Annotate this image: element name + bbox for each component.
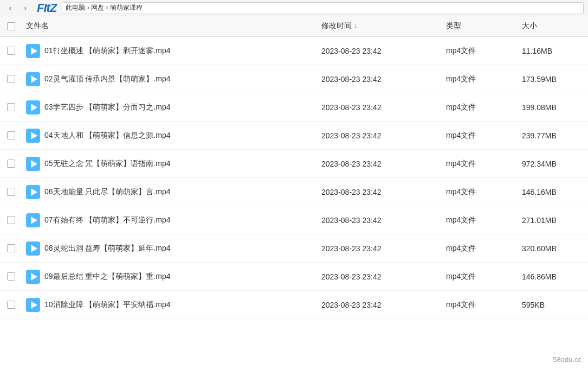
row-modified-time-3: 2023-08-23 23:42	[317, 131, 425, 140]
play-triangle-3	[31, 132, 37, 139]
row-size-0: 11.16MB	[518, 47, 588, 55]
row-type-9: mp4文件	[442, 300, 518, 310]
row-checkbox-8[interactable]	[7, 272, 15, 281]
row-checkbox-9[interactable]	[7, 301, 15, 309]
row-filename-cell: 07有始有终 【萌萌家】不可逆行.mp4	[22, 213, 317, 227]
row-filename-cell: 08灵蛇出洞 益寿【萌萌家】延年.mp4	[22, 241, 317, 256]
row-checkbox-5[interactable]	[7, 188, 15, 196]
row-checkbox-cell	[0, 216, 22, 224]
table-row: 04天地人和 【萌萌家】信息之源.mp4 2023-08-23 23:42 mp…	[0, 122, 588, 150]
sort-arrow-icon: ↓	[354, 22, 357, 30]
play-triangle-6	[31, 217, 37, 224]
play-icon-8[interactable]	[26, 270, 40, 284]
table-row: 10消除业障 【萌萌家】平安纳福.mp4 2023-08-23 23:42 mp…	[0, 291, 588, 319]
play-icon-6[interactable]	[26, 213, 40, 227]
row-type-1: mp4文件	[442, 74, 518, 84]
table-row: 02灵气灌顶 传承内景【萌萌家】.mp4 2023-08-23 23:42 mp…	[0, 65, 588, 93]
play-icon-5[interactable]	[26, 185, 40, 199]
play-icon-3[interactable]	[26, 129, 40, 143]
forward-button[interactable]: ›	[20, 2, 31, 14]
row-checkbox-cell	[0, 75, 22, 83]
app-logo: FItZ	[37, 1, 56, 15]
row-checkbox-4[interactable]	[7, 160, 15, 168]
row-modified-time-2: 2023-08-23 23:42	[317, 103, 425, 112]
file-name-text-1: 02灵气灌顶 传承内景【萌萌家】.mp4	[44, 74, 171, 84]
row-filename-cell: 10消除业障 【萌萌家】平安纳福.mp4	[22, 298, 317, 312]
play-icon-2[interactable]	[26, 100, 40, 114]
row-size-8: 146.86MB	[518, 272, 588, 281]
row-size-4: 972.34MB	[518, 160, 588, 168]
row-type-6: mp4文件	[442, 215, 518, 225]
row-size-1: 173.59MB	[518, 75, 588, 84]
row-filename-cell: 02灵气灌顶 传承内景【萌萌家】.mp4	[22, 72, 317, 86]
header-filename: 文件名	[22, 21, 317, 31]
row-type-3: mp4文件	[442, 131, 518, 141]
file-name-text-0: 01打坐概述 【萌萌家】剥开迷雾.mp4	[44, 46, 171, 56]
row-modified-time-0: 2023-08-23 23:42	[317, 47, 425, 55]
row-checkbox-0[interactable]	[7, 47, 15, 55]
row-filename-cell: 04天地人和 【萌萌家】信息之源.mp4	[22, 129, 317, 143]
header-size: 大小	[518, 21, 588, 31]
row-checkbox-cell	[0, 188, 22, 196]
row-checkbox-cell	[0, 160, 22, 168]
row-checkbox-3[interactable]	[7, 131, 15, 139]
file-name-text-7: 08灵蛇出洞 益寿【萌萌家】延年.mp4	[44, 244, 171, 253]
back-button[interactable]: ‹	[4, 2, 16, 14]
row-type-2: mp4文件	[442, 103, 518, 112]
row-modified-time-6: 2023-08-23 23:42	[317, 216, 425, 225]
row-checkbox-cell	[0, 244, 22, 252]
table-row: 05无驻之念 咒【萌萌家】语指南.mp4 2023-08-23 23:42 mp…	[0, 150, 588, 178]
row-size-5: 146.16MB	[518, 188, 588, 196]
row-size-6: 271.01MB	[518, 216, 588, 225]
row-type-7: mp4文件	[442, 244, 518, 253]
play-icon-7[interactable]	[26, 241, 40, 256]
row-checkbox-7[interactable]	[7, 244, 15, 252]
select-all-checkbox[interactable]	[7, 22, 15, 30]
file-table: 01打坐概述 【萌萌家】剥开迷雾.mp4 2023-08-23 23:42 mp…	[0, 37, 588, 319]
row-modified-time-9: 2023-08-23 23:42	[317, 301, 425, 309]
row-type-5: mp4文件	[442, 187, 518, 197]
row-type-0: mp4文件	[442, 46, 518, 56]
row-checkbox-cell	[0, 272, 22, 281]
play-icon-9[interactable]	[26, 298, 40, 312]
row-type-8: mp4文件	[442, 272, 518, 282]
row-size-2: 199.08MB	[518, 103, 588, 112]
row-checkbox-6[interactable]	[7, 216, 15, 224]
row-modified-time-8: 2023-08-23 23:42	[317, 272, 425, 281]
file-name-text-8: 09最后总结 重中之【萌萌家】重.mp4	[44, 272, 171, 282]
row-type-4: mp4文件	[442, 159, 518, 169]
play-triangle-1	[31, 75, 37, 83]
file-name-text-9: 10消除业障 【萌萌家】平安纳福.mp4	[44, 300, 171, 310]
row-size-9: 595KB	[518, 301, 588, 309]
play-triangle-0	[31, 47, 37, 55]
row-checkbox-1[interactable]	[7, 75, 15, 83]
row-filename-cell: 06天地能量 只此尽【萌萌家】言.mp4	[22, 185, 317, 199]
table-row: 06天地能量 只此尽【萌萌家】言.mp4 2023-08-23 23:42 mp…	[0, 178, 588, 206]
row-checkbox-cell	[0, 103, 22, 111]
row-checkbox-cell	[0, 131, 22, 139]
row-checkbox-2[interactable]	[7, 103, 15, 111]
play-triangle-7	[31, 245, 37, 252]
play-triangle-4	[31, 160, 37, 168]
file-name-text-6: 07有始有终 【萌萌家】不可逆行.mp4	[44, 215, 171, 225]
row-modified-time-1: 2023-08-23 23:42	[317, 75, 425, 84]
row-filename-cell: 01打坐概述 【萌萌家】剥开迷雾.mp4	[22, 44, 317, 58]
header-checkbox-cell	[0, 22, 22, 30]
play-icon-0[interactable]	[26, 44, 40, 58]
file-name-text-5: 06天地能量 只此尽【萌萌家】言.mp4	[44, 187, 171, 197]
play-triangle-5	[31, 188, 37, 196]
row-modified-time-5: 2023-08-23 23:42	[317, 188, 425, 196]
top-bar: ‹ › FItZ	[0, 0, 588, 16]
play-triangle-8	[31, 273, 37, 281]
header-modified-time[interactable]: 修改时间 ↓	[317, 21, 425, 31]
play-icon-1[interactable]	[26, 72, 40, 86]
file-name-text-4: 05无驻之念 咒【萌萌家】语指南.mp4	[44, 159, 171, 169]
play-icon-4[interactable]	[26, 157, 40, 171]
path-input[interactable]	[62, 2, 584, 14]
row-filename-cell: 05无驻之念 咒【萌萌家】语指南.mp4	[22, 157, 317, 171]
file-name-text-2: 03学艺四步 【萌萌家】分而习之.mp4	[44, 103, 171, 112]
file-name-text-3: 04天地人和 【萌萌家】信息之源.mp4	[44, 131, 171, 141]
table-row: 09最后总结 重中之【萌萌家】重.mp4 2023-08-23 23:42 mp…	[0, 263, 588, 291]
table-row: 01打坐概述 【萌萌家】剥开迷雾.mp4 2023-08-23 23:42 mp…	[0, 37, 588, 65]
row-filename-cell: 09最后总结 重中之【萌萌家】重.mp4	[22, 270, 317, 284]
